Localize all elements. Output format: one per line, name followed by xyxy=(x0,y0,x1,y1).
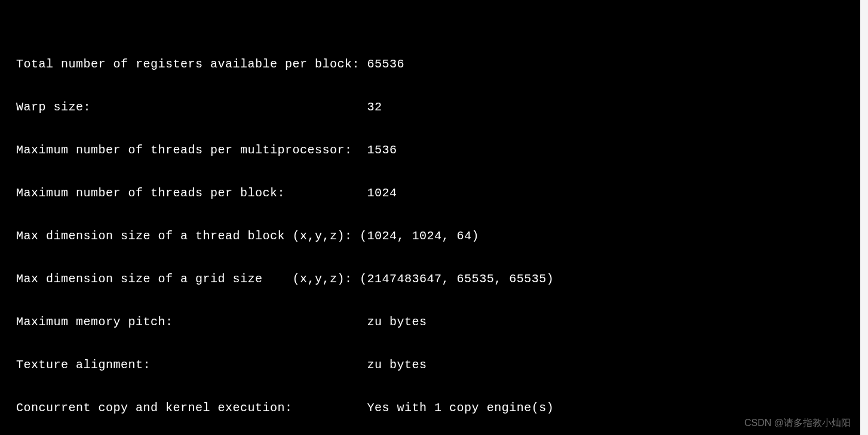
window-edge xyxy=(860,0,868,435)
terminal-output: Total number of registers available per … xyxy=(0,29,860,435)
watermark-text: CSDN @请多指教小灿阳 xyxy=(744,416,851,430)
output-line: Maximum number of threads per multiproce… xyxy=(1,143,860,158)
output-line: Texture alignment: zu bytes xyxy=(1,358,860,372)
terminal-window[interactable]: Total number of registers available per … xyxy=(0,0,860,435)
output-line: Warp size: 32 xyxy=(1,100,860,115)
output-line: Total number of registers available per … xyxy=(1,57,860,72)
output-line: Max dimension size of a grid size (x,y,z… xyxy=(1,272,860,286)
output-line: Maximum number of threads per block: 102… xyxy=(1,186,860,200)
output-line: Max dimension size of a thread block (x,… xyxy=(1,229,860,243)
output-line: Maximum memory pitch: zu bytes xyxy=(1,315,860,329)
output-line: Concurrent copy and kernel execution: Ye… xyxy=(1,401,860,415)
